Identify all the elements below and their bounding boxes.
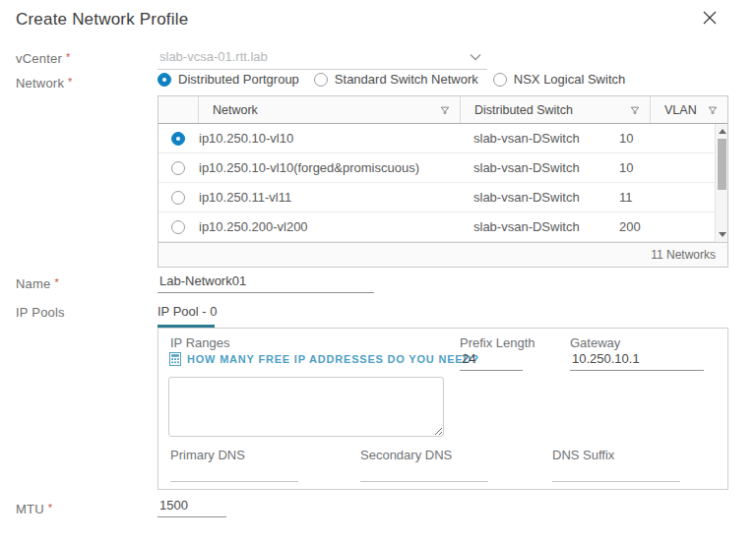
table-scrollbar[interactable] (715, 124, 727, 242)
column-header-label: VLAN (664, 103, 697, 117)
radio-nsx-logical-switch[interactable]: NSX Logical Switch (493, 72, 625, 87)
cell-distributed-switch: slab-vsan-DSwitch (460, 131, 609, 146)
network-label: Network* (16, 76, 73, 90)
ip-pools-label: IP Pools (16, 305, 65, 320)
table-body: ip10.250.10-vl10 slab-vsan-DSwitch 10 ip… (158, 124, 727, 242)
row-radio[interactable] (171, 161, 185, 175)
scrollbar-thumb[interactable] (718, 139, 726, 190)
close-button[interactable] (697, 6, 723, 31)
table-row[interactable]: ip10.250.10-vl10 slab-vsan-DSwitch 10 (158, 124, 727, 153)
column-header-label: Distributed Switch (474, 103, 573, 117)
row-radio[interactable] (171, 191, 185, 205)
cell-vlan: 10 (609, 131, 714, 146)
radio-standard-switch-network[interactable]: Standard Switch Network (314, 72, 478, 87)
filter-icon[interactable] (708, 105, 718, 115)
column-header-vlan: VLAN (650, 96, 727, 123)
name-input[interactable] (158, 272, 374, 293)
column-header-network: Network (198, 96, 460, 123)
radio-column-header (158, 96, 198, 123)
page-title: Create Network Profile (16, 10, 188, 30)
required-asterisk: * (66, 51, 70, 63)
radio-unselected-icon[interactable] (314, 73, 328, 87)
chevron-down-icon (470, 53, 481, 61)
filter-icon[interactable] (630, 105, 640, 115)
networks-table: Network Distributed Switch VLAN ip10.250… (158, 95, 728, 268)
gateway-input[interactable] (570, 349, 704, 371)
table-row[interactable]: ip10.250.11-vl11 slab-vsan-DSwitch 11 (158, 183, 727, 212)
mtu-input[interactable] (158, 496, 226, 517)
table-row[interactable]: ip10.250.10-vl10(forged&promiscuous) sla… (158, 153, 727, 183)
radio-label: Distributed Portgroup (178, 72, 299, 87)
row-radio[interactable] (171, 220, 185, 234)
name-label: Name* (16, 276, 59, 291)
vcenter-select[interactable]: slab-vcsa-01.rtt.lab (158, 44, 487, 70)
ip-pool-panel: IP Ranges HOW MANY FREE IP ADDRESSES DO … (158, 328, 728, 490)
network-type-radio-group: Distributed Portgroup Standard Switch Ne… (158, 72, 625, 87)
vcenter-label-text: vCenter (16, 51, 62, 66)
create-network-profile-dialog: Create Network Profile vCenter* slab-vcs… (0, 0, 756, 543)
cell-network: ip10.250.11-vl11 (198, 190, 460, 205)
calculator-icon (169, 352, 181, 366)
cell-distributed-switch: slab-vsan-DSwitch (460, 160, 609, 175)
radio-unselected-icon[interactable] (493, 73, 507, 87)
active-tab-indicator (158, 325, 215, 328)
cell-network: ip10.250.200-vl200 (198, 219, 460, 234)
dns-suffix-input[interactable] (552, 460, 680, 482)
gateway-label: Gateway (570, 335, 620, 350)
filter-icon[interactable] (440, 105, 450, 115)
ip-ranges-label: IP Ranges (170, 335, 229, 350)
free-ip-addresses-link[interactable]: HOW MANY FREE IP ADDRESSES DO YOU NEED? (169, 352, 479, 366)
cell-vlan: 10 (609, 160, 714, 175)
tab-ip-pool-0[interactable]: IP Pool - 0 (158, 304, 217, 319)
required-asterisk: * (54, 276, 58, 288)
network-label-text: Network (16, 76, 64, 90)
radio-selected-icon[interactable] (158, 73, 171, 87)
free-ip-link-text: HOW MANY FREE IP ADDRESSES DO YOU NEED? (187, 353, 479, 365)
table-footer: 11 Networks (158, 242, 727, 267)
mtu-label: MTU* (16, 502, 52, 516)
scroll-down-icon[interactable] (719, 232, 726, 237)
table-header: Network Distributed Switch VLAN (158, 96, 727, 124)
vcenter-label: vCenter* (16, 51, 70, 66)
radio-distributed-portgroup[interactable]: Distributed Portgroup (158, 72, 299, 87)
secondary-dns-input[interactable] (360, 460, 488, 482)
required-asterisk: * (68, 76, 72, 88)
table-row[interactable]: ip10.250.200-vl200 slab-vsan-DSwitch 200 (158, 212, 727, 242)
vcenter-selected-value: slab-vcsa-01.rtt.lab (159, 49, 268, 64)
table-row-count: 11 Networks (651, 248, 716, 262)
required-asterisk: * (48, 502, 52, 513)
cell-distributed-switch: slab-vsan-DSwitch (460, 219, 609, 234)
prefix-length-input[interactable] (460, 349, 523, 371)
prefix-length-label: Prefix Length (460, 335, 536, 350)
primary-dns-input[interactable] (170, 460, 298, 482)
scroll-up-icon[interactable] (719, 129, 726, 134)
column-header-distributed-switch: Distributed Switch (460, 96, 650, 123)
radio-label: NSX Logical Switch (514, 72, 625, 87)
column-header-label: Network (213, 103, 258, 117)
cell-network: ip10.250.10-vl10 (198, 131, 460, 146)
cell-vlan: 200 (609, 219, 714, 234)
row-radio-selected[interactable] (171, 132, 185, 146)
mtu-label-text: MTU (16, 502, 44, 516)
cell-network: ip10.250.10-vl10(forged&promiscuous) (198, 160, 460, 175)
name-label-text: Name (16, 276, 50, 291)
ip-ranges-textarea[interactable] (168, 377, 444, 437)
close-icon (702, 10, 718, 26)
radio-label: Standard Switch Network (335, 72, 478, 87)
cell-distributed-switch: slab-vsan-DSwitch (460, 190, 609, 205)
cell-vlan: 11 (609, 190, 714, 205)
